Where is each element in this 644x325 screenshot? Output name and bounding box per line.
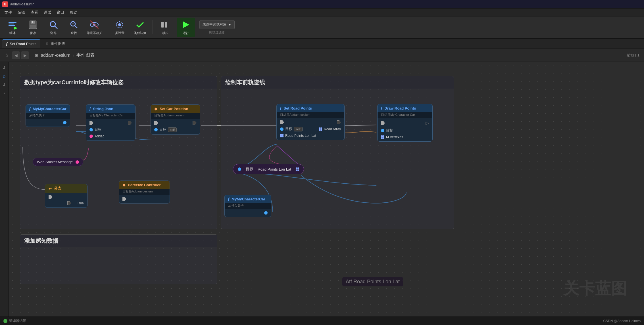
forward-button[interactable]: ▶ bbox=[21, 51, 29, 59]
node-branch[interactable]: ↩ 分支 True bbox=[45, 184, 87, 208]
menu-help[interactable]: 帮助 bbox=[68, 9, 80, 16]
node-set-car-position[interactable]: ◆ Set Car Position 目标是Addam-cesium 目标 se… bbox=[151, 104, 200, 135]
diamond-icon: ◆ bbox=[154, 106, 157, 111]
node-set-road-points[interactable]: f Set Road Points 目标是Addam-cesium 目标 sel… bbox=[276, 104, 345, 140]
compiler-label: 编译器结果 bbox=[9, 318, 26, 323]
node-my-character-car-1[interactable]: f MyMyCharacterCar 从持久关卡 bbox=[26, 104, 70, 127]
menu-file[interactable]: 文件 bbox=[2, 9, 14, 16]
find-icon bbox=[69, 20, 79, 30]
node-my-character-car-2[interactable]: f MyMyCharacterCar 从持久关卡 bbox=[224, 195, 271, 217]
tab-event-graph[interactable]: ⊞ 事件图表 bbox=[41, 39, 69, 48]
node-header: f Set Road Points bbox=[277, 104, 344, 112]
menu-debug[interactable]: 调试 bbox=[41, 9, 53, 16]
compile-button[interactable]: 编译 bbox=[3, 18, 22, 37]
output-pin bbox=[228, 211, 268, 215]
node-body: 目标 Addad bbox=[86, 119, 135, 141]
menu-window[interactable]: 窗口 bbox=[55, 9, 66, 16]
debug-object-dropdown[interactable]: 未选中调试对象 ▼ bbox=[199, 20, 235, 29]
main-canvas[interactable]: 数据type为carCurrInfo时修改车辆位姿 绘制车前轨迹线 添加感知数据… bbox=[9, 62, 644, 316]
comment-box-3-title: 添加感知数据 bbox=[20, 235, 217, 247]
svg-rect-2 bbox=[9, 25, 15, 26]
svg-rect-19 bbox=[161, 22, 164, 28]
watermark: 关卡蓝图 bbox=[563, 278, 627, 299]
node-body: ▷ 目标 M Vertexes bbox=[378, 118, 432, 141]
node-header: f MyMyCharacterCar bbox=[225, 195, 271, 203]
run-label: 运行 bbox=[183, 31, 189, 35]
comment-box-1-title: 数据type为carCurrInfo时修改车辆位姿 bbox=[20, 76, 217, 89]
node-perceive-controller[interactable]: ◆ Perceive Controler 目标是Addam-cesium bbox=[119, 181, 170, 204]
node-body bbox=[119, 195, 170, 203]
true-row: True bbox=[49, 201, 84, 205]
exec-row bbox=[154, 121, 197, 125]
exec-in bbox=[122, 197, 126, 201]
arrow-icon: ↩ bbox=[49, 186, 52, 191]
menu-view[interactable]: 查看 bbox=[28, 9, 40, 16]
target-pin: 目标 self bbox=[280, 127, 303, 131]
compile-label: 编译 bbox=[9, 31, 16, 35]
title-bar: U addam-cesium* bbox=[0, 0, 644, 9]
run-button[interactable]: 运行 bbox=[177, 18, 195, 37]
breadcrumb-sep1 bbox=[32, 51, 32, 60]
class-settings-icon bbox=[114, 20, 125, 30]
addad-row: Addad bbox=[89, 134, 132, 138]
hide-icon bbox=[89, 20, 99, 30]
function-icon: f bbox=[29, 106, 30, 111]
grid-icon bbox=[280, 134, 284, 137]
class-defaults-button[interactable]: 类默认值 bbox=[131, 18, 149, 37]
exec-row bbox=[122, 197, 166, 201]
node-header: f Draw Road Points bbox=[378, 104, 432, 112]
breadcrumb-path: ⊞ addam-cesium › 事件图表 bbox=[35, 52, 95, 58]
breadcrumb-bar: ☆ ◀ ▶ ⊞ addam-cesium › 事件图表 缩放1:1 bbox=[0, 49, 644, 62]
target-pin: 目标 self bbox=[154, 127, 177, 132]
node-header: ↩ 分支 bbox=[45, 184, 87, 193]
compiler-status: 编译器结果 bbox=[3, 318, 26, 323]
node-draw-road-points[interactable]: f Draw Road Points 目标是My Character Car ▷… bbox=[377, 104, 433, 142]
svg-rect-20 bbox=[165, 22, 167, 28]
node-road-points-oval[interactable]: 目标 Road Points Lon Lat bbox=[233, 164, 304, 174]
sidebar-icon-4[interactable]: • bbox=[1, 90, 8, 97]
comment-box-2-title: 绘制车前轨迹线 bbox=[221, 76, 454, 89]
blue-pin bbox=[63, 121, 66, 124]
debug-filter-label: 调试过滤器 bbox=[199, 30, 235, 35]
node-body: True bbox=[45, 193, 87, 207]
node-string-json[interactable]: f String Json 目标是My Character Car 目标 Add… bbox=[86, 104, 136, 141]
breadcrumb-nav: ◀ ▶ bbox=[12, 51, 29, 59]
target-row: 目标 self bbox=[154, 127, 197, 132]
hide-unrelated-button[interactable]: 隐藏不相关 bbox=[85, 18, 103, 37]
find-button[interactable]: 查找 bbox=[65, 18, 83, 37]
target-label: 目标 bbox=[246, 167, 253, 172]
status-bar: 编译器结果 CSDN @Addam Holmes bbox=[0, 316, 644, 325]
breadcrumb-separator: › bbox=[73, 53, 74, 58]
favorite-icon[interactable]: ☆ bbox=[5, 52, 9, 58]
sidebar-icon-1[interactable]: J bbox=[1, 64, 8, 71]
class-defaults-icon bbox=[135, 20, 145, 30]
tab-set-road-points[interactable]: f Set Road Points bbox=[2, 39, 40, 48]
function-icon: f bbox=[89, 106, 91, 111]
sidebar-icon-3[interactable]: J bbox=[1, 81, 8, 88]
left-sidebar: J D J • bbox=[0, 62, 9, 316]
grid-icon bbox=[319, 127, 322, 131]
menu-edit[interactable]: 编辑 bbox=[15, 9, 27, 16]
sidebar-icon-2[interactable]: D bbox=[1, 73, 8, 79]
blue-pin bbox=[238, 167, 241, 171]
simulate-label: 模拟 bbox=[162, 31, 168, 35]
svg-line-16 bbox=[90, 21, 98, 29]
class-settings-button[interactable]: 类设置 bbox=[111, 18, 129, 37]
browse-icon bbox=[48, 20, 59, 30]
addad-pin: Addad bbox=[89, 134, 105, 138]
node-web-socket-message[interactable]: Web Socket Message bbox=[33, 158, 83, 166]
compile-ok-icon bbox=[3, 319, 7, 323]
node-subtitle: 目标是Addam-cesium bbox=[277, 112, 344, 118]
browse-button[interactable]: 浏览 bbox=[44, 18, 62, 37]
node-subtitle: 从持久关卡 bbox=[26, 113, 70, 119]
function-icon: f bbox=[381, 106, 382, 110]
back-button[interactable]: ◀ bbox=[12, 51, 20, 59]
simulate-button[interactable]: 模拟 bbox=[156, 18, 174, 37]
function-icon: f bbox=[6, 42, 7, 46]
exec-row: ▷ bbox=[381, 120, 429, 126]
function-icon: f bbox=[228, 197, 229, 201]
target-row: 目标 bbox=[89, 127, 132, 132]
web-socket-label: Web Socket Message bbox=[37, 160, 73, 164]
hide-label: 隐藏不相关 bbox=[87, 31, 102, 35]
save-button[interactable]: 保存 bbox=[24, 18, 42, 37]
